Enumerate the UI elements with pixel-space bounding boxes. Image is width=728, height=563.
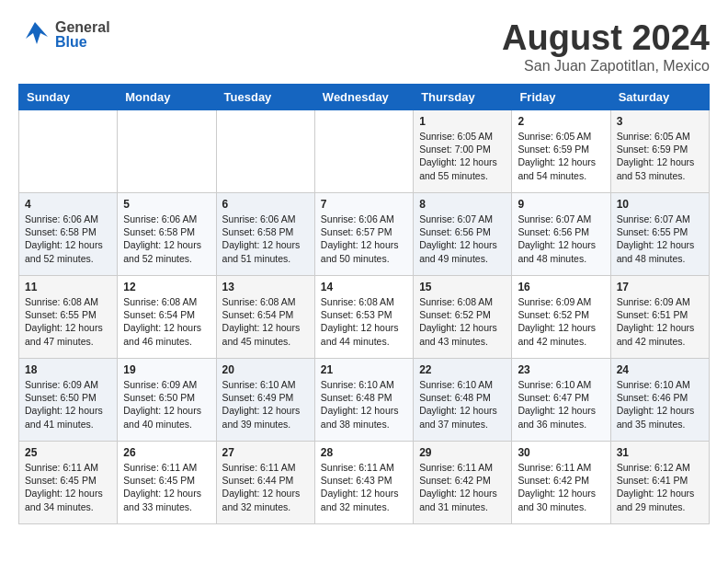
day-info: Daylight: 12 hours [25,404,111,417]
day-info: Sunrise: 6:09 AM [25,378,111,391]
calendar-week-row: 25Sunrise: 6:11 AMSunset: 6:45 PMDayligh… [19,442,710,524]
day-info: Sunrise: 6:11 AM [222,461,309,474]
day-info: Sunset: 6:50 PM [123,391,210,404]
day-number: 14 [321,281,407,293]
location-subtitle: San Juan Zapotitlan, Mexico [502,58,710,75]
day-info: Daylight: 12 hours [617,155,703,168]
day-info: Daylight: 12 hours [419,487,506,500]
col-header-sunday: Sunday [19,85,118,110]
day-info: and 54 minutes. [518,169,604,182]
logo-bird-icon [18,18,51,52]
day-info: Sunset: 6:49 PM [222,391,309,404]
day-info: and 47 minutes. [25,335,111,348]
day-info: Sunset: 6:42 PM [518,474,604,487]
calendar-week-row: 1Sunrise: 6:05 AMSunset: 7:00 PMDaylight… [19,110,710,193]
calendar-cell: 11Sunrise: 6:08 AMSunset: 6:55 PMDayligh… [19,276,118,359]
day-info: Daylight: 12 hours [25,321,111,334]
calendar-cell: 5Sunrise: 6:06 AMSunset: 6:58 PMDaylight… [118,193,216,276]
day-info: Sunset: 6:57 PM [321,225,407,238]
day-info: and 52 minutes. [25,252,111,265]
day-number: 31 [617,446,703,459]
calendar-cell: 8Sunrise: 6:07 AMSunset: 6:56 PMDaylight… [414,193,512,276]
day-info: Sunset: 6:58 PM [222,225,309,238]
day-info: Sunset: 6:52 PM [518,308,604,321]
calendar-cell: 15Sunrise: 6:08 AMSunset: 6:52 PMDayligh… [414,276,512,359]
day-info: and 42 minutes. [617,335,703,348]
calendar-cell: 9Sunrise: 6:07 AMSunset: 6:56 PMDaylight… [512,193,610,276]
day-number: 9 [518,198,604,211]
day-info: and 37 minutes. [419,418,506,431]
calendar-cell: 6Sunrise: 6:06 AMSunset: 6:58 PMDaylight… [216,193,314,276]
day-number: 7 [321,198,407,211]
calendar-cell: 19Sunrise: 6:09 AMSunset: 6:50 PMDayligh… [118,359,216,442]
calendar-table: SundayMondayTuesdayWednesdayThursdayFrid… [18,84,710,524]
calendar-week-row: 11Sunrise: 6:08 AMSunset: 6:55 PMDayligh… [19,276,710,359]
day-info: Daylight: 12 hours [518,238,604,251]
day-info: and 44 minutes. [321,335,407,348]
day-info: Sunset: 6:42 PM [419,474,506,487]
day-number: 19 [123,363,210,376]
day-info: Sunset: 6:53 PM [321,308,407,321]
day-info: Sunrise: 6:06 AM [321,213,407,225]
day-number: 18 [25,363,111,376]
col-header-thursday: Thursday [414,85,512,110]
day-number: 16 [518,281,604,293]
day-info: Daylight: 12 hours [617,321,703,334]
day-info: Daylight: 12 hours [617,238,703,251]
day-info: Daylight: 12 hours [419,155,506,168]
day-info: Sunrise: 6:09 AM [617,295,703,308]
calendar-cell: 4Sunrise: 6:06 AMSunset: 6:58 PMDaylight… [19,193,118,276]
day-info: Sunset: 6:50 PM [25,391,111,404]
day-info: and 33 minutes. [123,500,210,513]
day-info: Sunrise: 6:09 AM [518,295,604,308]
day-info: Daylight: 12 hours [419,321,506,334]
day-info: Sunrise: 6:10 AM [518,378,604,391]
day-info: and 53 minutes. [617,169,703,182]
day-info: and 36 minutes. [518,418,604,431]
day-info: Sunrise: 6:09 AM [123,378,210,391]
calendar-cell: 30Sunrise: 6:11 AMSunset: 6:42 PMDayligh… [512,442,610,524]
day-info: Daylight: 12 hours [123,404,210,417]
day-info: and 51 minutes. [222,252,309,265]
day-info: Sunset: 6:51 PM [617,308,703,321]
day-info: Daylight: 12 hours [321,238,407,251]
day-number: 28 [321,446,407,459]
calendar-cell: 29Sunrise: 6:11 AMSunset: 6:42 PMDayligh… [414,442,512,524]
day-info: Daylight: 12 hours [222,238,309,251]
day-number: 15 [419,281,506,293]
calendar-cell: 1Sunrise: 6:05 AMSunset: 7:00 PMDaylight… [414,110,512,193]
day-info: Daylight: 12 hours [25,238,111,251]
day-info: Sunset: 6:54 PM [222,308,309,321]
calendar-cell: 2Sunrise: 6:05 AMSunset: 6:59 PMDaylight… [512,110,610,193]
day-info: Sunset: 6:45 PM [123,474,210,487]
day-info: and 52 minutes. [123,252,210,265]
day-info: and 41 minutes. [25,418,111,431]
day-info: Sunrise: 6:08 AM [321,295,407,308]
day-info: Daylight: 12 hours [25,487,111,500]
day-info: Sunset: 6:56 PM [518,225,604,238]
day-info: and 55 minutes. [419,169,506,182]
day-info: Sunset: 6:52 PM [419,308,506,321]
day-info: Sunrise: 6:12 AM [617,461,703,474]
day-number: 23 [518,363,604,376]
day-info: and 32 minutes. [222,500,309,513]
day-info: Sunrise: 6:06 AM [25,213,111,225]
day-info: Sunrise: 6:11 AM [25,461,111,474]
day-info: and 42 minutes. [518,335,604,348]
day-info: Daylight: 12 hours [518,321,604,334]
calendar-cell: 10Sunrise: 6:07 AMSunset: 6:55 PMDayligh… [610,193,709,276]
day-info: and 43 minutes. [419,335,506,348]
month-year-title: August 2024 [502,18,710,58]
day-info: Sunset: 6:58 PM [123,225,210,238]
day-number: 1 [419,115,506,128]
day-info: Sunrise: 6:11 AM [518,461,604,474]
day-info: Sunrise: 6:07 AM [617,213,703,225]
day-info: Daylight: 12 hours [617,404,703,417]
day-number: 20 [222,363,309,376]
day-info: Sunset: 6:47 PM [518,391,604,404]
calendar-cell: 24Sunrise: 6:10 AMSunset: 6:46 PMDayligh… [610,359,709,442]
logo-blue-text: Blue [55,35,110,50]
day-info: Sunrise: 6:08 AM [25,295,111,308]
logo-name: General Blue [55,20,110,50]
day-info: and 31 minutes. [419,500,506,513]
